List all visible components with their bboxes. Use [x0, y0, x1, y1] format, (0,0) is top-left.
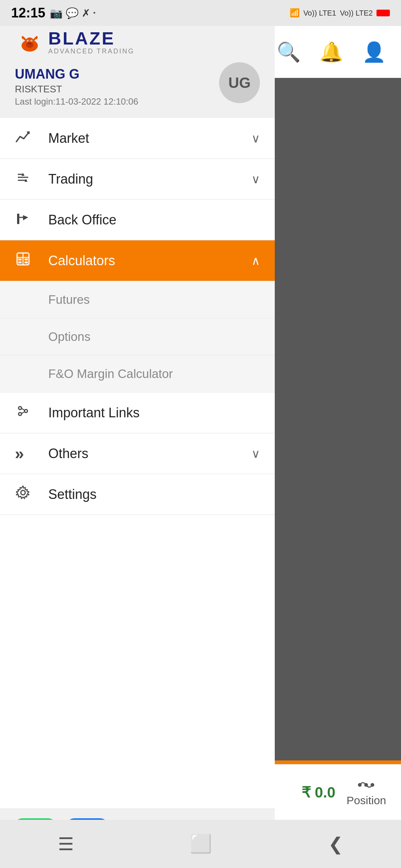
dot-icon: •	[93, 9, 95, 17]
svg-rect-22	[18, 259, 22, 260]
svg-line-29	[22, 408, 25, 410]
camera-icon: 📷	[50, 7, 63, 19]
brand-tagline: ADVANCED TRADING	[48, 47, 134, 55]
market-icon	[15, 128, 41, 148]
svg-rect-24	[18, 262, 22, 263]
futures-label: Futures	[48, 293, 90, 307]
nav-item-others[interactable]: » Others ∨	[0, 433, 275, 474]
trading-label: Trading	[48, 171, 251, 187]
important-links-icon	[15, 403, 41, 423]
sub-item-futures[interactable]: Futures	[0, 281, 275, 318]
user-last-login: Last login:11-03-2022 12:10:06	[15, 96, 212, 107]
side-drawer: BLAZE ADVANCED TRADING UMANG G RISKTEST …	[0, 0, 275, 868]
rupee-amount: ₹ 0.0	[301, 784, 336, 801]
sub-item-fo-margin[interactable]: F&O Margin Calculator	[0, 355, 275, 392]
fo-margin-label: F&O Margin Calculator	[48, 367, 173, 381]
svg-line-30	[22, 412, 25, 414]
backoffice-icon	[15, 210, 41, 230]
calculators-chevron: ∧	[251, 254, 260, 268]
brand-name: BLAZE	[48, 30, 134, 47]
network-text2: Vo)) LTE2	[340, 9, 373, 17]
svg-point-28	[19, 412, 22, 415]
logo-area: BLAZE ADVANCED TRADING UMANG G RISKTEST …	[15, 30, 212, 107]
position-item[interactable]: Position	[346, 777, 386, 807]
trading-chevron: ∨	[251, 172, 260, 186]
blaze-logo: BLAZE ADVANCED TRADING	[15, 30, 212, 55]
user-name: UMANG G	[15, 66, 212, 82]
backoffice-label: Back Office	[48, 212, 260, 228]
nav-list: Market ∨ Trading ∨	[0, 118, 275, 809]
svg-point-8	[28, 43, 29, 44]
svg-point-9	[30, 43, 31, 44]
home-button[interactable]: ⬜	[190, 834, 212, 854]
call-icon: ✗	[82, 7, 90, 19]
menu-button[interactable]: ☰	[58, 834, 74, 854]
settings-label: Settings	[48, 487, 260, 502]
whatsapp-status-icon: 💬	[66, 7, 79, 19]
svg-rect-25	[25, 262, 28, 263]
person-icon[interactable]: 👤	[362, 41, 386, 63]
nav-item-trading[interactable]: Trading ∨	[0, 159, 275, 200]
nav-item-calculators[interactable]: Calculators ∧	[0, 240, 275, 281]
user-info: UMANG G RISKTEST Last login:11-03-2022 1…	[15, 66, 212, 107]
calculators-label: Calculators	[48, 253, 251, 269]
trading-icon	[15, 169, 41, 189]
nav-item-settings[interactable]: Settings	[0, 474, 275, 515]
svg-marker-18	[23, 215, 28, 220]
brand-text: BLAZE ADVANCED TRADING	[48, 30, 134, 55]
network-text: Vo)) LTE1	[303, 9, 336, 17]
nav-item-important-links[interactable]: Important Links	[0, 392, 275, 433]
svg-point-26	[19, 407, 22, 410]
nav-item-backoffice[interactable]: Back Office	[0, 200, 275, 240]
signal-icon: 📶	[290, 8, 300, 18]
svg-point-7	[27, 42, 32, 45]
others-label: Others	[48, 446, 251, 461]
svg-point-5	[27, 40, 28, 41]
bell-icon[interactable]: 🔔	[319, 41, 343, 63]
status-time: 12:15	[11, 5, 45, 21]
important-links-label: Important Links	[48, 405, 260, 421]
user-account: RISKTEST	[15, 83, 212, 95]
back-button[interactable]: ❮	[328, 834, 343, 854]
market-label: Market	[48, 131, 251, 146]
nav-item-market[interactable]: Market ∨	[0, 118, 275, 159]
svg-rect-23	[25, 259, 28, 260]
search-icon[interactable]: 🔍	[277, 41, 301, 63]
settings-icon	[15, 484, 41, 504]
sub-item-options[interactable]: Options	[0, 318, 275, 355]
options-label: Options	[48, 330, 91, 344]
svg-point-6	[31, 40, 32, 41]
svg-rect-15	[17, 215, 19, 224]
bottom-nav: ☰ ⬜ ❮	[0, 820, 401, 868]
position-label: Position	[346, 794, 386, 807]
status-bar: 12:15 📷 💬 ✗ • 📶 Vo)) LTE1 Vo)) LTE2	[0, 0, 401, 26]
battery-icon	[376, 10, 390, 16]
calculators-icon	[15, 251, 41, 271]
avatar[interactable]: UG	[219, 62, 260, 103]
svg-rect-16	[17, 214, 19, 216]
bull-icon	[15, 32, 45, 54]
svg-point-27	[25, 410, 27, 412]
market-chevron: ∨	[251, 131, 260, 145]
others-chevron: ∨	[251, 447, 260, 461]
svg-point-31	[21, 490, 25, 495]
others-icon: »	[15, 444, 41, 463]
